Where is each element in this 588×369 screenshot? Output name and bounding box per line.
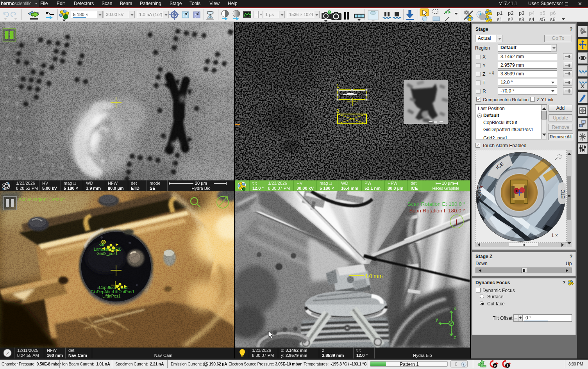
svg-text:i: i [507,364,508,368]
svg-text:1 ×: 1 × [551,233,558,238]
svg-text:e: e [494,364,496,368]
svg-text:1: 1 [336,83,339,89]
svg-text:DOOR: DOOR [477,186,482,200]
svg-text:2: 2 [336,108,339,114]
svg-text:i: i [463,362,464,366]
svg-text:ETD: ETD [560,189,566,199]
svg-text:Active region: Default: Active region: Default [18,197,65,202]
